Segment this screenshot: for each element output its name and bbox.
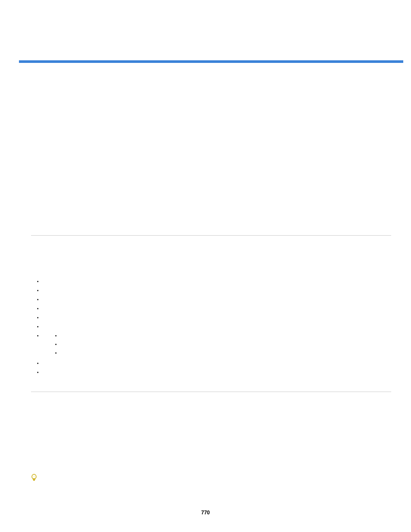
header-rule [19,60,403,63]
list-item [34,322,390,331]
lightbulb-icon [31,474,37,482]
bullet-list-area [34,277,390,377]
page-content [19,235,402,482]
list-item [34,359,390,368]
page-number: 770 [0,510,411,516]
list-item [53,348,390,357]
list-item [34,304,390,313]
tip-row [31,474,390,482]
list-item [34,286,390,295]
list-item [34,313,390,322]
list-item [53,340,390,348]
bullet-list [34,277,390,377]
section-divider [31,392,391,392]
list-item [34,368,390,377]
list-item [34,295,390,304]
bullet-sublist [53,331,390,357]
section-divider [31,235,391,236]
document-page [0,0,411,482]
svg-point-3 [33,476,35,478]
list-item [53,331,390,340]
list-item [34,331,390,357]
list-item [34,277,390,286]
